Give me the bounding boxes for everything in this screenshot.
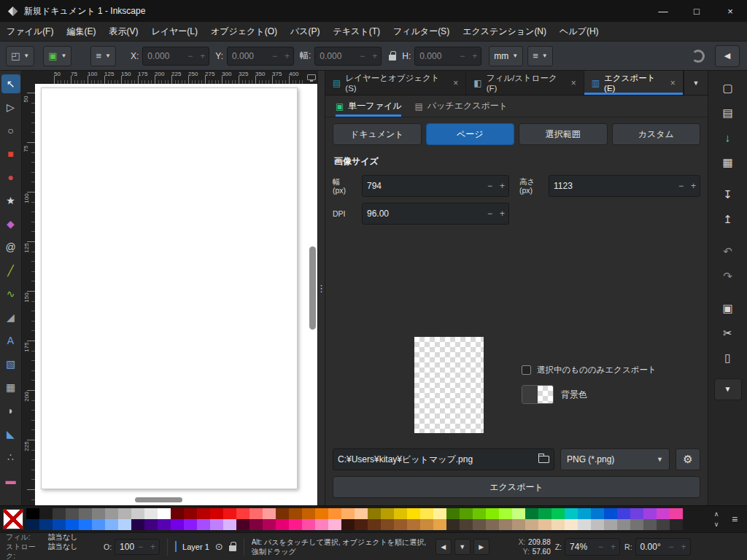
- increment-button[interactable]: +: [147, 542, 159, 552]
- palette-scroll-up-button[interactable]: ∧: [709, 509, 724, 519]
- palette-swatch[interactable]: [144, 519, 158, 530]
- palette-swatch[interactable]: [118, 519, 131, 530]
- menu-item[interactable]: ヘルプ(H): [553, 22, 605, 41]
- area-document-button[interactable]: ドキュメント: [333, 123, 422, 145]
- pen-tool[interactable]: ∿: [1, 284, 20, 303]
- palette-swatch[interactable]: [131, 519, 144, 530]
- nav-right-button[interactable]: ▶: [473, 539, 489, 555]
- palette-swatch[interactable]: [236, 519, 249, 530]
- tab-batch-export[interactable]: ▤ バッチエクスポート: [414, 96, 508, 117]
- menu-item[interactable]: テキスト(T): [327, 22, 387, 41]
- align-options-dropdown[interactable]: ≡ ▼: [90, 46, 116, 66]
- palette-swatch[interactable]: [565, 519, 578, 530]
- palette-swatch[interactable]: [105, 508, 118, 519]
- palette-swatch[interactable]: [551, 508, 565, 519]
- import-icon[interactable]: ↧: [716, 183, 740, 205]
- palette-swatch[interactable]: [328, 508, 341, 519]
- increment-button[interactable]: +: [496, 209, 508, 219]
- palette-swatch[interactable]: [473, 508, 486, 519]
- palette-swatch[interactable]: [289, 508, 302, 519]
- menu-item[interactable]: オブジェクト(O): [204, 22, 284, 41]
- palette-swatch[interactable]: [131, 508, 144, 519]
- increment-button[interactable]: +: [196, 51, 209, 61]
- paint-bucket-tool[interactable]: ◣: [1, 424, 20, 443]
- palette-swatch[interactable]: [657, 508, 670, 519]
- palette-swatch[interactable]: [433, 508, 446, 519]
- palette-swatch[interactable]: [630, 508, 643, 519]
- menu-item[interactable]: 編集(E): [60, 22, 102, 41]
- palette-scroll-down-button[interactable]: ∨: [709, 519, 724, 529]
- palette-swatch[interactable]: [26, 519, 39, 530]
- close-button[interactable]: ×: [713, 0, 747, 22]
- palette-swatch[interactable]: [670, 519, 683, 530]
- tweak-tool[interactable]: ∴: [1, 448, 20, 467]
- tab-export[interactable]: ▥ エクスポート(E) ×: [584, 71, 684, 95]
- palette-swatch[interactable]: [499, 508, 512, 519]
- palette-swatch[interactable]: [92, 508, 105, 519]
- menu-item[interactable]: レイヤー(L): [144, 22, 204, 41]
- palette-swatch[interactable]: [66, 519, 79, 530]
- palette-swatch[interactable]: [473, 519, 486, 530]
- height-field[interactable]: 0.000 − +: [414, 47, 481, 66]
- layer-selector[interactable]: Layer 1: [182, 542, 209, 551]
- palette-swatch[interactable]: [591, 519, 604, 530]
- dock-splitter[interactable]: ⋮: [317, 71, 325, 505]
- menu-item[interactable]: ファイル(F): [0, 22, 60, 41]
- menu-item[interactable]: フィルター(S): [387, 22, 456, 41]
- palette-swatch[interactable]: [578, 508, 591, 519]
- transform-options-dropdown[interactable]: ≡ ▼: [527, 46, 553, 66]
- palette-swatch[interactable]: [394, 519, 407, 530]
- rotation-field[interactable]: 0.00° − +: [635, 538, 691, 556]
- height-value[interactable]: 0.000: [415, 51, 456, 61]
- palette-swatch[interactable]: [578, 519, 591, 530]
- export-button[interactable]: エクスポート: [333, 476, 700, 498]
- horizontal-ruler[interactable]: 5075100125150175200225250275300325350375…: [35, 71, 306, 84]
- palette-swatch[interactable]: [223, 519, 236, 530]
- palette-swatch[interactable]: [446, 508, 460, 519]
- redo-icon[interactable]: ↷: [716, 265, 740, 287]
- decrement-button[interactable]: −: [484, 181, 496, 191]
- ellipse-tool[interactable]: ●: [1, 168, 20, 187]
- scale-stroke-dropdown[interactable]: ▣ ▼: [43, 46, 71, 66]
- menu-item[interactable]: 表示(V): [102, 22, 144, 41]
- palette-swatch[interactable]: [105, 519, 118, 530]
- palette-swatch[interactable]: [368, 519, 381, 530]
- palette-swatch[interactable]: [538, 519, 551, 530]
- selector-tool[interactable]: ↖: [1, 74, 20, 93]
- palette-swatch[interactable]: [249, 508, 263, 519]
- minimize-button[interactable]: —: [646, 0, 680, 22]
- opacity-value[interactable]: 100: [115, 542, 134, 552]
- box-3d-tool[interactable]: ◆: [1, 214, 20, 233]
- palette-swatch[interactable]: [565, 508, 578, 519]
- export-height-value[interactable]: 1123: [549, 181, 675, 191]
- opacity-field[interactable]: 100 − +: [115, 539, 160, 555]
- browse-folder-button[interactable]: [538, 456, 549, 463]
- export-selected-only-checkbox[interactable]: [522, 365, 531, 375]
- increment-button[interactable]: +: [687, 181, 700, 191]
- layer-visibility-icon[interactable]: ⊙: [215, 542, 223, 551]
- selection-mode-dropdown[interactable]: ◰ ▼: [6, 46, 34, 66]
- palette-swatch[interactable]: [236, 508, 249, 519]
- node-tool[interactable]: ▷: [1, 98, 20, 117]
- eraser-tool[interactable]: ▬: [1, 471, 20, 490]
- palette-swatch[interactable]: [39, 519, 53, 530]
- palette-swatch[interactable]: [341, 519, 355, 530]
- palette-swatch[interactable]: [53, 519, 66, 530]
- palette-swatch[interactable]: [486, 508, 499, 519]
- palette-swatch[interactable]: [604, 519, 617, 530]
- spiral-tool[interactable]: @: [1, 238, 20, 257]
- star-tool[interactable]: ★: [1, 191, 20, 210]
- palette-swatch[interactable]: [499, 519, 512, 530]
- palette-swatch[interactable]: [158, 508, 171, 519]
- open-file-icon[interactable]: ▤: [716, 101, 740, 123]
- decrement-button[interactable]: −: [456, 51, 468, 61]
- rectangle-tool[interactable]: ■: [1, 144, 20, 163]
- increment-button[interactable]: +: [496, 181, 508, 191]
- palette-swatch[interactable]: [657, 519, 670, 530]
- palette-swatch[interactable]: [263, 508, 276, 519]
- palette-swatch[interactable]: [276, 508, 289, 519]
- palette-swatch[interactable]: [551, 519, 565, 530]
- palette-swatch[interactable]: [460, 519, 473, 530]
- palette-swatch[interactable]: [460, 508, 473, 519]
- palette-swatch[interactable]: [355, 519, 368, 530]
